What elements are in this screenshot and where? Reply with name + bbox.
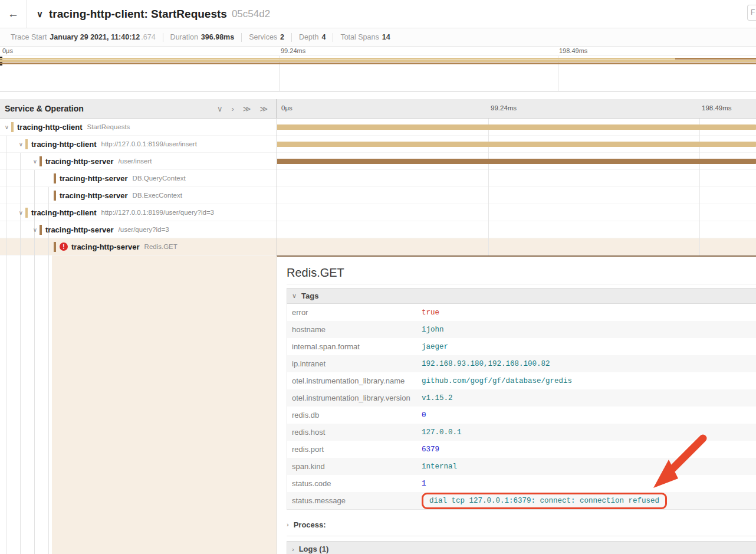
span-detail-row: Redis.GET ∨ Tags errortruehostnameijohni… (0, 255, 756, 554)
tag-value-text: 127.0.0.1 (422, 428, 462, 437)
operation-name: /user/insert (119, 158, 152, 165)
tag-key: redis.host (287, 428, 422, 437)
minimap-tick-label: 0μs (2, 47, 13, 54)
span-row-name: ∨tracing-http-clienthttp://127.0.0.1:819… (0, 136, 277, 152)
operation-name: DB.QueryContext (133, 175, 186, 182)
span-color-swatch (11, 122, 14, 132)
tag-row: otel.instrumentation_library.namegithub.… (287, 372, 756, 389)
tag-value: v1.15.2 (422, 394, 453, 402)
back-button[interactable]: ← (0, 0, 27, 28)
span-rows: ∨tracing-http-clientStartRequests∨tracin… (0, 119, 756, 255)
service-operation-heading: Service & Operation (5, 104, 84, 113)
span-bar-area (277, 170, 756, 186)
span-row-name: ∨tracing-http-server/user/query?id=3 (0, 221, 277, 238)
span-duration-bar (277, 159, 756, 164)
tag-key: redis.db (287, 411, 422, 419)
service-name: tracing-http-client (31, 140, 97, 149)
tag-row: internal.span.formatjaeger (287, 338, 756, 355)
timeline-gridline (699, 119, 700, 255)
tag-value: 1 (422, 480, 426, 488)
summary-item: Trace StartJanuary 29 2021, 11:40:12.674 (4, 33, 163, 42)
minimap-tick-label: 99.24ms (281, 47, 305, 54)
chevron-down-icon[interactable]: ∨ (2, 124, 11, 130)
tag-key: status.code (287, 479, 422, 488)
service-name: tracing-http-server (71, 242, 140, 251)
expand-one-icon[interactable]: › (231, 105, 234, 113)
summary-value: 2 (280, 33, 284, 41)
service-name: tracing-http-server (45, 225, 114, 234)
tag-row: redis.port6379 (287, 441, 756, 458)
span-row[interactable]: ∨tracing-http-clienthttp://127.0.0.1:819… (0, 136, 756, 153)
tag-value-text: 0 (422, 411, 426, 419)
timeline-header: Service & Operation ∨›≫≫ 0μs99.24ms198.4… (0, 99, 756, 119)
chevron-right-icon: › (287, 521, 289, 528)
trace-summary-items: Trace StartJanuary 29 2021, 11:40:12.674… (0, 28, 756, 47)
tags-accordion-header[interactable]: ∨ Tags (287, 288, 756, 304)
operation-name: StartRequests (87, 123, 130, 130)
chevron-down-icon[interactable]: ∨ (17, 209, 25, 216)
span-color-swatch (25, 139, 28, 149)
span-row[interactable]: ∨tracing-http-clienthttp://127.0.0.1:819… (0, 204, 756, 221)
chevron-down-icon[interactable]: ∨ (31, 227, 40, 233)
minimap-tick-label: 198.49ms (559, 47, 587, 54)
span-color-swatch (40, 225, 42, 235)
span-row[interactable]: !tracing-http-serverRedis.GET (0, 238, 756, 255)
service-name: tracing-http-server (60, 174, 128, 183)
page-title: tracing-http-client: StartRequests (49, 8, 227, 21)
divider (287, 536, 756, 536)
tag-row: redis.db0 (287, 407, 756, 424)
tag-value-text: internal (422, 463, 457, 471)
summary-value-suffix: .674 (141, 33, 155, 41)
tag-key: ip.intranet (287, 359, 422, 368)
tags-table: errortruehostnameijohninternal.span.form… (287, 304, 756, 510)
span-row[interactable]: ∨tracing-http-clientStartRequests (0, 119, 756, 136)
span-bar-area (277, 204, 756, 221)
chevron-right-icon: › (292, 546, 294, 553)
trace-id: 05c54d2 (232, 8, 270, 20)
trace-minimap[interactable]: 0μs99.24ms198.49ms (0, 47, 756, 91)
span-bar-area (277, 187, 756, 204)
span-row[interactable]: tracing-http-serverDB.QueryContext (0, 170, 756, 187)
collapse-all-icon[interactable]: ≫ (243, 105, 251, 113)
tag-row: status.messagedial tcp 127.0.0.1:6379: c… (287, 492, 756, 509)
span-bar-area (277, 221, 756, 238)
minimap-canvas[interactable] (0, 55, 756, 91)
span-row[interactable]: tracing-http-serverDB.ExecContext (0, 187, 756, 204)
service-name: tracing-http-server (45, 157, 114, 166)
operation-name: DB.ExecContext (133, 192, 182, 199)
minimap-span-line (675, 58, 756, 60)
column-resizer[interactable] (277, 119, 277, 255)
span-bar-area (277, 153, 756, 169)
spacer (0, 91, 756, 99)
span-row[interactable]: ∨tracing-http-server/user/query?id=3 (0, 221, 756, 238)
chevron-down-icon[interactable]: ∨ (31, 158, 40, 165)
span-duration-bar (277, 142, 756, 147)
collapse-one-icon[interactable]: ∨ (217, 105, 223, 113)
process-accordion-header[interactable]: › Process: (287, 517, 756, 532)
tag-row: span.kindinternal (287, 458, 756, 475)
tag-value: internal (422, 463, 457, 471)
tag-value: 0 (422, 411, 426, 419)
service-name: tracing-http-client (17, 123, 83, 132)
span-row-name: tracing-http-serverDB.ExecContext (0, 187, 277, 204)
tag-row: status.code1 (287, 475, 756, 492)
logs-accordion-header[interactable]: › Logs (1) (287, 541, 756, 554)
timeline-tick-label: 198.49ms (702, 104, 732, 112)
span-row[interactable]: ∨tracing-http-server/user/insert (0, 153, 756, 170)
divider (287, 284, 756, 284)
tag-value-text: 192.168.93.180,192.168.100.82 (422, 360, 550, 368)
tag-key: otel.instrumentation_library.name (287, 376, 422, 385)
tag-value: 6379 (422, 445, 439, 454)
minimap-span-line (0, 63, 756, 64)
chevron-down-icon[interactable]: ∨ (17, 141, 25, 147)
process-accordion-label: Process: (294, 520, 326, 529)
summary-value: 14 (382, 33, 390, 41)
tag-value: true (422, 309, 439, 317)
span-bar-area (277, 238, 756, 255)
expand-all-icon[interactable]: ≫ (259, 105, 268, 113)
span-color-swatch (54, 242, 56, 252)
span-detail-title: Redis.GET (287, 265, 756, 280)
timeline-header-left: Service & Operation ∨›≫≫ (0, 99, 277, 118)
cropped-header-control[interactable]: F (747, 5, 756, 21)
chevron-down-icon[interactable]: ∨ (37, 9, 43, 19)
